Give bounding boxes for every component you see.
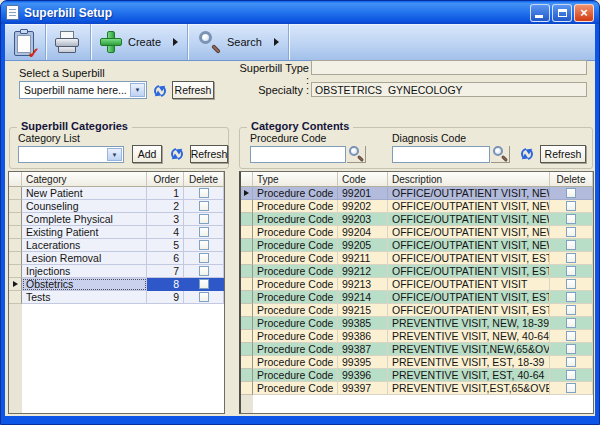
type-cell[interactable]: Procedure Code (253, 187, 338, 200)
row-selector[interactable] (241, 226, 253, 239)
header-code[interactable]: Code (338, 172, 388, 187)
description-cell[interactable]: PREVENTIVE VISIT, EST, 18-39 (388, 356, 550, 369)
row-selector[interactable] (241, 252, 253, 265)
superbill-refresh-button[interactable]: Refresh (172, 81, 214, 99)
header-order[interactable]: Order (147, 172, 184, 187)
delete-checkbox[interactable] (199, 240, 209, 250)
code-cell[interactable]: 99211 (338, 252, 388, 265)
code-cell[interactable]: 99205 (338, 239, 388, 252)
chevron-down-icon[interactable]: ▼ (107, 148, 122, 161)
code-cell[interactable]: 99212 (338, 265, 388, 278)
code-cell[interactable]: 99397 (338, 382, 388, 395)
procedure-row[interactable]: Procedure Code99213OFFICE/OUTPATIENT VIS… (241, 278, 593, 291)
type-cell[interactable]: Procedure Code (253, 252, 338, 265)
category-row[interactable]: Obstetrics8 (9, 278, 224, 291)
close-button[interactable]: × (574, 4, 594, 22)
create-button[interactable]: Create (91, 24, 188, 60)
procedure-row[interactable]: Procedure Code99386PREVENTIVE VISIT, NEW… (241, 330, 593, 343)
category-row[interactable]: Complete Physical3 (9, 213, 224, 226)
delete-checkbox[interactable] (566, 214, 576, 224)
row-selector[interactable] (9, 239, 22, 252)
procedure-row[interactable]: Procedure Code99395PREVENTIVE VISIT, EST… (241, 356, 593, 369)
procedure-code-input[interactable] (250, 146, 346, 163)
contents-refresh-button[interactable]: Refresh (540, 145, 586, 163)
delete-checkbox[interactable] (566, 240, 576, 250)
type-cell[interactable]: Procedure Code (253, 213, 338, 226)
code-cell[interactable]: 99215 (338, 304, 388, 317)
delete-checkbox[interactable] (199, 279, 209, 289)
procedure-row[interactable]: Procedure Code99215OFFICE/OUTPATIENT VIS… (241, 304, 593, 317)
description-cell[interactable]: PREVENTIVE VISIT,NEW,65&OVER (388, 343, 550, 356)
save-verify-button[interactable]: ✓ (5, 24, 46, 60)
order-cell[interactable]: 5 (147, 239, 184, 252)
type-cell[interactable]: Procedure Code (253, 343, 338, 356)
procedure-row[interactable]: Procedure Code99387PREVENTIVE VISIT,NEW,… (241, 343, 593, 356)
category-list-dropdown[interactable]: ▼ (18, 146, 124, 163)
category-row[interactable]: Tests9 (9, 291, 224, 304)
description-cell[interactable]: OFFICE/OUTPATIENT VISIT, EST (388, 291, 550, 304)
delete-checkbox[interactable] (199, 292, 209, 302)
order-cell[interactable]: 2 (147, 200, 184, 213)
code-cell[interactable]: 99387 (338, 343, 388, 356)
title-bar[interactable]: Superbill Setup × (1, 1, 599, 24)
procedure-row[interactable]: Procedure Code99201OFFICE/OUTPATIENT VIS… (241, 187, 593, 200)
delete-checkbox[interactable] (199, 188, 209, 198)
row-selector[interactable] (9, 291, 22, 304)
category-cell[interactable]: New Patient (22, 187, 147, 200)
category-row[interactable]: Injections7 (9, 265, 224, 278)
delete-checkbox[interactable] (199, 201, 209, 211)
header-delete[interactable]: Delete (550, 172, 593, 187)
description-cell[interactable]: PREVENTIVE VISIT, NEW, 40-64 (388, 330, 550, 343)
categories-refresh-button[interactable]: Refresh (190, 145, 228, 163)
code-cell[interactable]: 99214 (338, 291, 388, 304)
order-cell[interactable]: 1 (147, 187, 184, 200)
type-cell[interactable]: Procedure Code (253, 382, 338, 395)
order-cell[interactable]: 7 (147, 265, 184, 278)
row-selector[interactable] (9, 265, 22, 278)
code-cell[interactable]: 99202 (338, 200, 388, 213)
type-cell[interactable]: Procedure Code (253, 226, 338, 239)
superbill-dropdown[interactable]: Superbill name here... ▼ (19, 81, 147, 99)
chevron-down-icon[interactable]: ▼ (130, 83, 145, 97)
print-button[interactable] (46, 24, 91, 60)
type-cell[interactable]: Procedure Code (253, 304, 338, 317)
description-cell[interactable]: OFFICE/OUTPATIENT VISIT, EST (388, 265, 550, 278)
row-selector[interactable] (241, 278, 253, 291)
header-type[interactable]: Type (253, 172, 338, 187)
procedure-row[interactable]: Procedure Code99203OFFICE/OUTPATIENT VIS… (241, 213, 593, 226)
type-cell[interactable]: Procedure Code (253, 317, 338, 330)
code-cell[interactable]: 99386 (338, 330, 388, 343)
row-selector[interactable] (241, 317, 253, 330)
delete-checkbox[interactable] (566, 383, 576, 393)
type-cell[interactable]: Procedure Code (253, 356, 338, 369)
delete-checkbox[interactable] (199, 214, 209, 224)
search-button[interactable]: Search (188, 24, 289, 60)
code-cell[interactable]: 99395 (338, 356, 388, 369)
delete-checkbox[interactable] (199, 227, 209, 237)
row-selector[interactable] (241, 382, 253, 395)
category-cell[interactable]: Counseling (22, 200, 147, 213)
code-cell[interactable]: 99201 (338, 187, 388, 200)
category-row[interactable]: Lesion Removal6 (9, 252, 224, 265)
code-cell[interactable]: 99204 (338, 226, 388, 239)
procedure-row[interactable]: Procedure Code99211OFFICE/OUTPATIENT VIS… (241, 252, 593, 265)
delete-checkbox[interactable] (566, 331, 576, 341)
order-cell[interactable]: 8 (147, 278, 184, 291)
row-selector[interactable] (9, 226, 22, 239)
row-selector[interactable] (241, 187, 253, 200)
delete-checkbox[interactable] (566, 188, 576, 198)
category-row[interactable]: Existing Patient4 (9, 226, 224, 239)
description-cell[interactable]: OFFICE/OUTPATIENT VISIT, NEW (388, 226, 550, 239)
row-selector[interactable] (241, 213, 253, 226)
order-cell[interactable]: 4 (147, 226, 184, 239)
delete-checkbox[interactable] (199, 253, 209, 263)
procedure-row[interactable]: Procedure Code99205OFFICE/OUTPATIENT VIS… (241, 239, 593, 252)
diagnosis-code-input[interactable] (392, 146, 490, 163)
delete-checkbox[interactable] (566, 305, 576, 315)
row-selector[interactable] (241, 265, 253, 278)
procedure-code-search-button[interactable] (347, 146, 366, 163)
order-cell[interactable]: 9 (147, 291, 184, 304)
category-cell[interactable]: Lesion Removal (22, 252, 147, 265)
type-cell[interactable]: Procedure Code (253, 200, 338, 213)
row-selector[interactable] (9, 200, 22, 213)
